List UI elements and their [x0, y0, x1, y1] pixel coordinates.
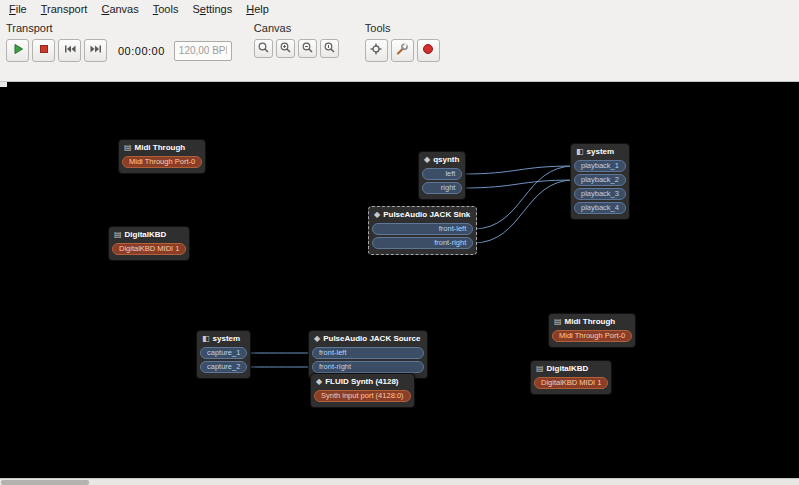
node-title-text: system [587, 147, 615, 156]
node-digitalkbd-2[interactable]: ▤DigitalKBDDigitalKBD MIDI 1 [530, 360, 612, 395]
menu-item-help[interactable]: Help [239, 2, 276, 16]
zoom-100-button[interactable] [320, 39, 339, 58]
app-icon: ◆ [316, 378, 322, 386]
stop-button[interactable] [32, 39, 55, 62]
port-digitalkbd-midi-1[interactable]: DigitalKBD MIDI 1 [534, 377, 608, 389]
port-playback-1[interactable]: playback_1 [574, 160, 626, 172]
jack-settings-button[interactable] [365, 39, 388, 62]
menubar: FileTransportCanvasToolsSettingsHelp [0, 0, 799, 17]
node-title-text: Midi Through [135, 143, 186, 152]
port-left[interactable]: left [422, 168, 462, 180]
play-button[interactable] [6, 39, 29, 62]
patchbay-canvas[interactable]: ▤Midi ThroughMidi Through Port-0▤Digital… [0, 82, 799, 478]
port-front-right[interactable]: front-right [372, 237, 473, 249]
stop-icon [37, 42, 51, 59]
play-icon [11, 42, 25, 59]
node-title-text: Midi Through [565, 317, 616, 326]
node-title: ◧system [573, 145, 627, 159]
toolbar: Transport [0, 17, 799, 82]
tools-section-label: Tools [365, 22, 440, 34]
transport-time: 00:00:00 [118, 45, 165, 57]
menu-item-canvas[interactable]: Canvas [94, 2, 145, 16]
node-midi-through-2[interactable]: ▤Midi ThroughMidi Through Port-0 [548, 313, 636, 348]
port-front-left[interactable]: front-left [372, 223, 473, 235]
port-right[interactable]: right [422, 182, 462, 194]
transport-section-label: Transport [6, 22, 232, 34]
node-pulse-sink[interactable]: ◆PulseAudio JACK Sinkfront-leftfront-rig… [368, 206, 477, 255]
zoom-out-icon [301, 41, 314, 57]
node-title-text: PulseAudio JACK Sink [383, 210, 470, 219]
node-title-text: DigitalKBD [547, 364, 589, 373]
node-title-text: DigitalKBD [125, 230, 167, 239]
node-title: ◆FLUID Synth (4128) [313, 375, 412, 389]
system-icon: ◧ [576, 148, 584, 156]
toolbar-section-canvas: Canvas [248, 17, 345, 58]
menu-item-tools[interactable]: Tools [146, 2, 186, 16]
node-digitalkbd-1[interactable]: ▤DigitalKBDDigitalKBD MIDI 1 [108, 226, 190, 261]
node-title-text: FLUID Synth (4128) [325, 377, 398, 386]
menu-item-settings[interactable]: Settings [185, 2, 239, 16]
port-playback-4[interactable]: playback_4 [574, 202, 626, 214]
canvas-origin-marker [0, 82, 7, 87]
node-system-out[interactable]: ◧systemplayback_1playback_2playback_3pla… [570, 143, 630, 220]
node-title: ◧system [199, 332, 248, 346]
node-title-text: system [213, 334, 241, 343]
system-icon: ◧ [202, 335, 210, 343]
node-title: ▤DigitalKBD [533, 362, 609, 376]
menu-item-file[interactable]: File [2, 2, 34, 16]
port-digitalkbd-midi-1[interactable]: DigitalKBD MIDI 1 [112, 243, 186, 255]
zoom-fit-button[interactable] [254, 39, 273, 58]
node-title: ▤Midi Through [551, 315, 633, 329]
port-front-right[interactable]: front-right [312, 361, 424, 373]
node-fluid-synth[interactable]: ◆FLUID Synth (4128)Synth input port (412… [310, 373, 415, 408]
midi-icon: ▤ [114, 231, 122, 239]
wrench-icon [395, 42, 409, 59]
port-capture-2[interactable]: capture_2 [200, 361, 247, 373]
zoom-in-icon [279, 41, 292, 57]
toolbar-section-tools: Tools [359, 17, 446, 62]
node-title: ◆PulseAudio JACK Sink [371, 208, 474, 222]
nodes-layer: ▤Midi ThroughMidi Through Port-0▤Digital… [0, 82, 799, 478]
zoom-100-icon [323, 41, 336, 57]
app-icon: ◆ [314, 335, 320, 343]
app-icon: ◆ [424, 156, 430, 164]
zoom-in-button[interactable] [276, 39, 295, 58]
rewind-icon [63, 42, 77, 59]
node-midi-through-1[interactable]: ▤Midi ThroughMidi Through Port-0 [118, 139, 206, 174]
forward-button[interactable] [84, 39, 107, 62]
record-icon [421, 42, 435, 59]
node-system-in[interactable]: ◧systemcapture_1capture_2 [196, 330, 251, 379]
node-qsynth[interactable]: ◆qsynthleftright [418, 151, 466, 200]
node-title: ▤Midi Through [121, 141, 203, 155]
port-front-left[interactable]: front-left [312, 347, 424, 359]
port-playback-3[interactable]: playback_3 [574, 188, 626, 200]
zoom-fit-icon [257, 41, 270, 57]
midi-icon: ▤ [124, 144, 132, 152]
horizontal-scrollbar-thumb[interactable] [1, 480, 89, 485]
forward-icon [89, 42, 103, 59]
port-midi-through-port-0[interactable]: Midi Through Port-0 [122, 156, 202, 168]
node-title: ▤DigitalKBD [111, 228, 187, 242]
menu-item-transport[interactable]: Transport [34, 2, 95, 16]
midi-icon: ▤ [554, 318, 562, 326]
rewind-button[interactable] [58, 39, 81, 62]
node-title-text: qsynth [433, 155, 459, 164]
toolbar-section-transport: Transport [0, 17, 238, 62]
midi-icon: ▤ [536, 365, 544, 373]
node-title: ◆qsynth [421, 153, 463, 167]
port-playback-2[interactable]: playback_2 [574, 174, 626, 186]
node-pulse-source[interactable]: ◆PulseAudio JACK Sourcefront-leftfront-r… [308, 330, 428, 379]
zoom-out-button[interactable] [298, 39, 317, 58]
bpm-input[interactable] [174, 41, 232, 61]
configure-button[interactable] [391, 39, 414, 62]
port-synth-input-port-4128-0-[interactable]: Synth input port (4128:0) [314, 390, 411, 402]
node-title-text: PulseAudio JACK Source [323, 334, 420, 343]
record-button[interactable] [417, 39, 440, 62]
node-title: ◆PulseAudio JACK Source [311, 332, 425, 346]
port-capture-1[interactable]: capture_1 [200, 347, 247, 359]
canvas-section-label: Canvas [254, 22, 339, 34]
app-icon: ◆ [374, 211, 380, 219]
gear-icon [369, 42, 383, 59]
horizontal-scrollbar[interactable] [0, 478, 799, 485]
port-midi-through-port-0[interactable]: Midi Through Port-0 [552, 330, 632, 342]
